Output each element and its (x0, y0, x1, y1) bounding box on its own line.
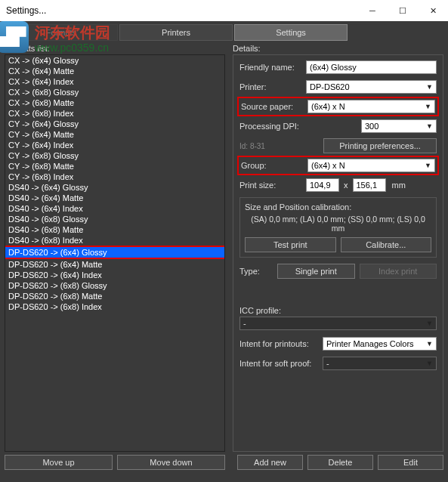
calibration-frame: Size and Position calibration: (SA) 0,0 … (239, 197, 437, 258)
move-up-button[interactable]: Move up (5, 455, 113, 470)
tab-printers[interactable]: Printers (119, 24, 233, 41)
friendly-name-label: Friendly name: (239, 63, 306, 72)
list-item[interactable]: CY -> (6x4) Glossy (5, 119, 224, 129)
list-item[interactable]: CX -> (6x4) Index (5, 76, 224, 87)
list-item[interactable]: CY -> (6x4) Matte (5, 129, 224, 140)
intent-softproof-label: Intent for soft proof: (239, 359, 323, 368)
window-title: Settings... (6, 5, 357, 16)
friendly-name-input[interactable] (306, 60, 437, 74)
tab-formats[interactable]: Formats (5, 24, 118, 41)
chevron-down-icon: ▼ (425, 162, 431, 169)
intent-softproof-combo[interactable]: -▼ (323, 357, 437, 370)
list-item[interactable]: DS40 -> (6x4) Index (5, 203, 224, 214)
test-print-button[interactable]: Test print (245, 237, 336, 252)
list-item[interactable]: CX -> (6x8) Index (5, 108, 224, 119)
print-size-label: Print size: (239, 181, 306, 190)
list-item[interactable]: CY -> (6x8) Glossy (5, 150, 224, 161)
x-separator: x (344, 181, 348, 190)
calibration-title: Size and Position calibration: (245, 202, 431, 212)
tab-settings[interactable]: Settings (234, 24, 348, 41)
calibrate-button[interactable]: Calibrate... (341, 237, 432, 252)
list-item[interactable]: DS40 -> (6x8) Glossy (5, 214, 224, 224)
list-item[interactable]: CY -> (6x4) Index (5, 140, 224, 150)
group-combo[interactable]: (6x4) x N▼ (307, 159, 435, 172)
source-paper-combo[interactable]: (6x4) x N▼ (307, 100, 435, 113)
list-item[interactable]: DS40 -> (6x8) Index (5, 235, 224, 246)
list-item[interactable]: DP-DS620 -> (6x8) Glossy (5, 280, 224, 291)
list-item[interactable]: DP-DS620 -> (6x4) Index (5, 270, 224, 280)
move-down-button[interactable]: Move down (117, 455, 225, 470)
intent-printouts-label: Intent for printouts: (239, 339, 323, 348)
source-paper-label: Source paper: (241, 102, 307, 111)
id-label: Id: 8-31 (239, 142, 277, 150)
dpi-label: Processing DPI: (239, 122, 306, 131)
printer-combo[interactable]: DP-DS620▼ (306, 80, 437, 94)
chevron-down-icon: ▼ (426, 360, 433, 367)
single-print-button[interactable]: Single print (277, 264, 355, 279)
list-item[interactable]: DS40 -> (6x8) Matte (5, 224, 224, 235)
calibration-values: (SA) 0,0 mm; (LA) 0,0 mm; (SS) 0,0 mm; (… (245, 215, 431, 233)
formats-list-label: Formats list: (5, 44, 225, 53)
minimize-button[interactable]: ─ (357, 0, 388, 21)
intent-printouts-combo[interactable]: Printer Manages Colors▼ (323, 337, 437, 351)
printing-preferences-button[interactable]: Printing preferences... (323, 138, 437, 153)
list-item[interactable]: DP-DS620 -> (6x4) Glossy (5, 247, 224, 258)
size-unit: mm (392, 181, 406, 190)
list-item[interactable]: CY -> (6x8) Matte (5, 161, 224, 171)
list-item[interactable]: CX -> (6x8) Matte (5, 97, 224, 108)
footer: Move up Move down Add new Delete Edit (0, 452, 448, 473)
chevron-down-icon: ▼ (425, 103, 431, 110)
printer-label: Printer: (239, 82, 306, 91)
close-button[interactable]: ✕ (418, 0, 448, 21)
list-item[interactable]: CY -> (6x8) Index (5, 171, 224, 182)
print-height-input[interactable] (353, 178, 386, 192)
tab-bar: Formats Printers Settings (5, 24, 448, 41)
list-item[interactable]: DS40 -> (6x4) Glossy (5, 182, 224, 193)
group-label: Group: (241, 161, 307, 170)
list-item[interactable]: DP-DS620 -> (6x4) Matte (5, 259, 224, 270)
print-width-input[interactable] (306, 178, 339, 192)
chevron-down-icon: ▼ (426, 83, 433, 91)
index-print-button[interactable]: Index print (360, 264, 437, 279)
delete-button[interactable]: Delete (307, 455, 373, 470)
type-label: Type: (239, 267, 277, 276)
list-item[interactable]: DS40 -> (6x4) Matte (5, 193, 224, 203)
formats-listbox[interactable]: CX -> (6x4) GlossyCX -> (6x4) MatteCX ->… (5, 54, 225, 452)
list-item[interactable]: DP-DS620 -> (6x8) Index (5, 301, 224, 312)
add-new-button[interactable]: Add new (237, 455, 303, 470)
chevron-down-icon: ▼ (426, 340, 433, 348)
list-item[interactable]: CX -> (6x8) Glossy (5, 87, 224, 97)
list-item[interactable]: DP-DS620 -> (6x8) Matte (5, 291, 224, 301)
details-panel: Friendly name: Printer: DP-DS620▼ Source… (233, 54, 443, 452)
edit-button[interactable]: Edit (378, 455, 443, 470)
list-item[interactable]: CX -> (6x4) Glossy (5, 55, 224, 66)
list-item[interactable]: CX -> (6x4) Matte (5, 66, 224, 76)
icc-profile-label: ICC profile: (239, 306, 437, 315)
details-label: Details: (233, 44, 443, 53)
icc-profile-combo[interactable]: -▼ (239, 317, 437, 330)
title-bar: Settings... ─ ☐ ✕ (0, 0, 448, 21)
maximize-button[interactable]: ☐ (388, 0, 418, 21)
dpi-combo[interactable]: 300▼ (361, 119, 437, 133)
chevron-down-icon: ▼ (426, 122, 433, 130)
chevron-down-icon: ▼ (426, 320, 433, 327)
